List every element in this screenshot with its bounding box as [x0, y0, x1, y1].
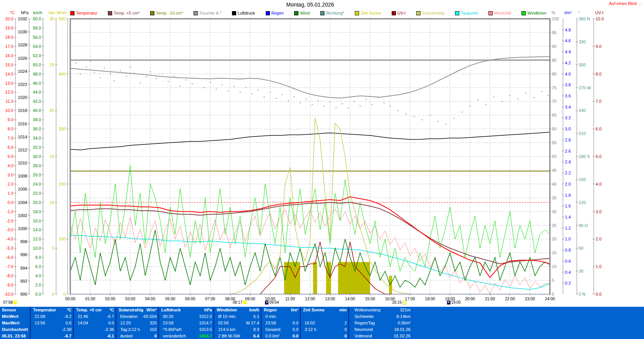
legend-item-windb-en[interactable]: Windböen: [521, 11, 546, 15]
svg-text:0.8: 0.8: [565, 248, 571, 252]
svg-text:2.8: 2.8: [565, 138, 571, 142]
flag-icon: [447, 301, 450, 304]
sun-icon: [243, 301, 247, 304]
legend-item-temperatur[interactable]: Temperatur: [70, 11, 98, 15]
legend-label: Temp. -10 cm*: [156, 11, 183, 15]
svg-text:270 W: 270 W: [579, 86, 591, 90]
svg-text:3.4: 3.4: [565, 105, 571, 109]
legend-item-temp-5-cm-[interactable]: Temp. +5 cm*: [108, 11, 140, 15]
time-marker-1900: 19:00: [447, 300, 461, 304]
legend-label: Richtung*: [326, 11, 344, 15]
legend-item-temp-10-cm-[interactable]: Temp. -10 cm*: [150, 11, 183, 15]
svg-text:1008: 1008: [18, 174, 27, 178]
svg-text:0: 0: [52, 292, 54, 296]
svg-text:1002: 1002: [18, 213, 27, 218]
svg-text:30: 30: [552, 209, 556, 214]
legend-swatch-icon: [150, 11, 154, 15]
page-title: Montag, 05.01.2026: [70, 2, 550, 8]
svg-text:-8.0: -8.0: [6, 273, 13, 278]
legend-swatch-icon: [488, 11, 493, 15]
svg-text:15: 15: [552, 250, 556, 255]
at-a-glance-link[interactable]: Auf einen Blick ...: [609, 1, 642, 6]
svg-text:210: 210: [579, 131, 586, 136]
svg-text:2.0: 2.0: [35, 283, 41, 287]
legend-item-zeit-sonne[interactable]: Zeit Sonne: [355, 11, 381, 15]
svg-text:4.6: 4.6: [565, 38, 571, 43]
svg-text:-2.0: -2.0: [6, 219, 13, 223]
svg-text:6.0: 6.0: [35, 264, 41, 269]
info-value: 321m: [349, 307, 411, 313]
svg-text:0.6: 0.6: [565, 259, 571, 263]
legend-label: Wind: [300, 11, 310, 15]
legend-item-taupunkt[interactable]: Taupunkt: [455, 11, 478, 15]
svg-text:1020: 1020: [18, 95, 27, 100]
legend-item-wind[interactable]: Wind: [294, 11, 310, 15]
table-cell-value: 5.1: [214, 313, 259, 320]
svg-text:25: 25: [50, 63, 54, 67]
svg-text:14.0: 14.0: [5, 72, 13, 76]
svg-text:54.0: 54.0: [33, 44, 41, 49]
table-cell-value: 0: [116, 333, 157, 339]
table-cell-value: 0: [301, 326, 347, 333]
table-row-label: MinWert: [2, 313, 30, 320]
table-column-separator: [158, 307, 159, 339]
table-column-separator: [214, 307, 214, 339]
svg-text:6.0: 6.0: [8, 145, 13, 150]
svg-text:0: 0: [552, 292, 554, 296]
table-col-unit: W/m²: [116, 307, 157, 313]
svg-text:2.2: 2.2: [565, 171, 571, 175]
svg-text:16.0: 16.0: [5, 53, 13, 58]
legend-item-solarstrahlg[interactable]: Solarstrahlg: [416, 11, 445, 15]
legend-swatch-icon: [194, 11, 198, 15]
legend-label: UV-I: [397, 11, 406, 15]
svg-text:500: 500: [59, 16, 66, 21]
svg-text:5.0: 5.0: [8, 154, 13, 159]
svg-text:90: 90: [552, 44, 556, 49]
axis-uvi: UV-I10.09.08.07.06.05.04.03.02.01.00.0: [593, 10, 604, 296]
svg-text:100: 100: [552, 16, 559, 21]
legend-item-feuchte-a-[interactable]: Feuchte A.*: [194, 11, 221, 15]
svg-text:3.0: 3.0: [596, 209, 601, 214]
axis-header-uvi: UV-I: [595, 10, 603, 15]
legend-swatch-icon: [266, 11, 270, 15]
table-cell-value: 0.0: [74, 320, 114, 326]
legend-item-regen[interactable]: Regen: [266, 11, 284, 15]
svg-text:998: 998: [20, 239, 27, 244]
axis-deg: °360 N330300270 W240210180 S15012090 O60…: [576, 10, 591, 296]
legend-swatch-icon: [108, 11, 112, 15]
time-marker-label: 19:00: [451, 300, 461, 304]
svg-text:20.0: 20.0: [33, 200, 41, 205]
axis-header-pct: %: [551, 10, 555, 15]
legend-swatch-icon: [416, 11, 421, 15]
svg-text:0.0: 0.0: [35, 292, 41, 296]
table-cell-value: -6.1: [74, 333, 114, 339]
svg-text:0.4: 0.4: [565, 270, 571, 275]
svg-text:1022: 1022: [18, 82, 27, 87]
table-cell-value: 1014.7: [159, 320, 212, 326]
table-col-unit: l/m²: [262, 307, 298, 313]
svg-text:50: 50: [552, 154, 556, 159]
table-col-unit: °C: [31, 307, 71, 313]
svg-text:18.0: 18.0: [5, 35, 13, 39]
info-value: 18.01.26: [349, 326, 411, 333]
svg-text:6.0: 6.0: [596, 127, 601, 131]
legend-item-uv-i[interactable]: UV-I: [392, 11, 406, 15]
svg-text:180 S: 180 S: [579, 154, 590, 159]
table-column-separator: [116, 307, 116, 339]
time-marker-label: 09:54: [269, 300, 279, 304]
svg-text:4.0: 4.0: [8, 163, 13, 168]
svg-text:400: 400: [59, 72, 66, 76]
svg-text:10.0: 10.0: [596, 16, 604, 21]
legend-item-richtung-[interactable]: Richtung*: [320, 11, 344, 15]
axis-header-kmh: km/h: [33, 10, 42, 15]
legend-item-windchill[interactable]: Windchill: [488, 11, 511, 15]
legend-label: Windböen: [527, 11, 546, 15]
time-marker-label: 16:15: [392, 300, 402, 304]
svg-text:0.0: 0.0: [596, 292, 601, 296]
axis-header-deg: °: [578, 10, 580, 15]
svg-text:1018: 1018: [18, 108, 27, 113]
series-windchill: [70, 209, 550, 294]
table-col-unit: °C: [74, 307, 114, 313]
legend-swatch-icon: [320, 11, 324, 15]
legend-item-luftdruck[interactable]: Luftdruck: [232, 11, 255, 15]
